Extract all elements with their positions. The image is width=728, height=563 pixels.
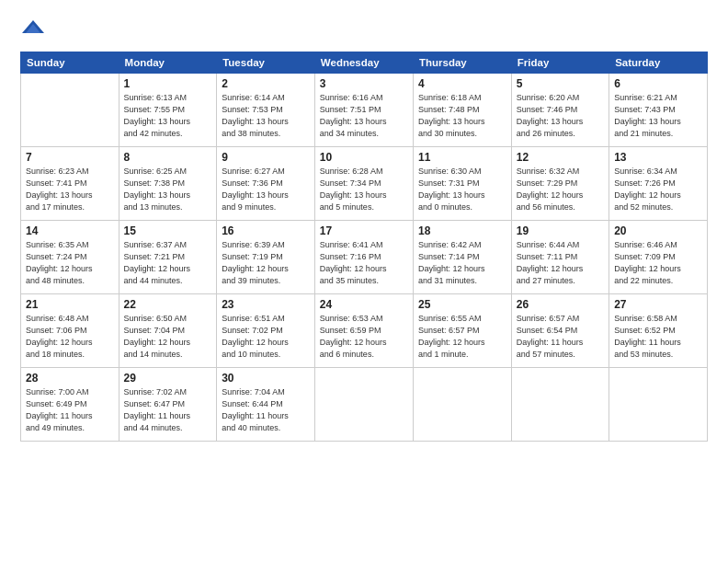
weekday-header: Saturday (609, 52, 708, 74)
weekday-header: Tuesday (217, 52, 315, 74)
day-number: 11 (418, 151, 506, 164)
day-number: 10 (320, 151, 408, 164)
day-info: Sunrise: 6:13 AM Sunset: 7:55 PM Dayligh… (124, 92, 212, 140)
day-info: Sunrise: 6:34 AM Sunset: 7:26 PM Dayligh… (614, 166, 702, 213)
day-number: 28 (26, 372, 114, 385)
day-number: 21 (26, 298, 114, 311)
calendar-cell (609, 368, 708, 442)
day-number: 24 (320, 298, 408, 311)
calendar-cell: 24Sunrise: 6:53 AM Sunset: 6:59 PM Dayli… (314, 294, 413, 368)
day-info: Sunrise: 6:28 AM Sunset: 7:34 PM Dayligh… (320, 166, 408, 213)
weekday-header: Wednesday (314, 52, 413, 74)
day-info: Sunrise: 6:21 AM Sunset: 7:43 PM Dayligh… (614, 92, 702, 140)
calendar-cell: 3Sunrise: 6:16 AM Sunset: 7:51 PM Daylig… (314, 74, 413, 147)
weekday-header: Sunday (21, 52, 119, 74)
day-info: Sunrise: 6:42 AM Sunset: 7:14 PM Dayligh… (418, 239, 506, 287)
day-info: Sunrise: 6:30 AM Sunset: 7:31 PM Dayligh… (418, 166, 506, 213)
day-number: 15 (124, 224, 212, 237)
day-info: Sunrise: 6:39 AM Sunset: 7:19 PM Dayligh… (222, 239, 310, 287)
day-number: 9 (222, 151, 310, 164)
day-number: 18 (418, 224, 506, 237)
calendar-cell: 21Sunrise: 6:48 AM Sunset: 7:06 PM Dayli… (21, 294, 119, 368)
day-info: Sunrise: 6:20 AM Sunset: 7:46 PM Dayligh… (517, 92, 604, 140)
calendar-cell: 10Sunrise: 6:28 AM Sunset: 7:34 PM Dayli… (314, 147, 413, 221)
weekday-header: Monday (119, 52, 217, 74)
week-row: 14Sunrise: 6:35 AM Sunset: 7:24 PM Dayli… (21, 221, 708, 294)
calendar-cell: 9Sunrise: 6:27 AM Sunset: 7:36 PM Daylig… (217, 147, 315, 221)
day-number: 3 (320, 77, 408, 90)
calendar-cell: 19Sunrise: 6:44 AM Sunset: 7:11 PM Dayli… (511, 221, 609, 294)
calendar-cell (511, 368, 609, 442)
weekday-header: Friday (511, 52, 609, 74)
day-number: 25 (418, 298, 506, 311)
day-info: Sunrise: 7:04 AM Sunset: 6:44 PM Dayligh… (222, 386, 310, 434)
day-number: 20 (614, 224, 702, 237)
day-info: Sunrise: 6:35 AM Sunset: 7:24 PM Dayligh… (26, 239, 114, 287)
calendar-cell: 30Sunrise: 7:04 AM Sunset: 6:44 PM Dayli… (217, 368, 315, 442)
day-number: 26 (517, 298, 604, 311)
day-info: Sunrise: 7:00 AM Sunset: 6:49 PM Dayligh… (26, 386, 114, 434)
day-number: 23 (222, 298, 310, 311)
day-info: Sunrise: 6:18 AM Sunset: 7:48 PM Dayligh… (418, 92, 506, 140)
calendar-cell: 17Sunrise: 6:41 AM Sunset: 7:16 PM Dayli… (314, 221, 413, 294)
calendar-cell: 8Sunrise: 6:25 AM Sunset: 7:38 PM Daylig… (119, 147, 217, 221)
calendar-cell: 26Sunrise: 6:57 AM Sunset: 6:54 PM Dayli… (511, 294, 609, 368)
calendar-cell: 11Sunrise: 6:30 AM Sunset: 7:31 PM Dayli… (414, 147, 512, 221)
day-info: Sunrise: 6:58 AM Sunset: 6:52 PM Dayligh… (614, 313, 702, 361)
day-number: 19 (517, 224, 604, 237)
calendar-cell: 6Sunrise: 6:21 AM Sunset: 7:43 PM Daylig… (609, 74, 708, 147)
day-info: Sunrise: 6:51 AM Sunset: 7:02 PM Dayligh… (222, 313, 310, 361)
day-number: 7 (26, 151, 114, 164)
day-number: 13 (614, 151, 702, 164)
calendar-cell: 27Sunrise: 6:58 AM Sunset: 6:52 PM Dayli… (609, 294, 708, 368)
calendar-cell (414, 368, 512, 442)
day-number: 4 (418, 77, 506, 90)
calendar-cell: 20Sunrise: 6:46 AM Sunset: 7:09 PM Dayli… (609, 221, 708, 294)
calendar-table: SundayMondayTuesdayWednesdayThursdayFrid… (20, 52, 708, 442)
calendar-cell: 1Sunrise: 6:13 AM Sunset: 7:55 PM Daylig… (119, 74, 217, 147)
calendar-cell: 29Sunrise: 7:02 AM Sunset: 6:47 PM Dayli… (119, 368, 217, 442)
calendar-cell: 12Sunrise: 6:32 AM Sunset: 7:29 PM Dayli… (511, 147, 609, 221)
day-number: 1 (124, 77, 212, 90)
day-number: 27 (614, 298, 702, 311)
week-row: 7Sunrise: 6:23 AM Sunset: 7:41 PM Daylig… (21, 147, 708, 221)
day-number: 16 (222, 224, 310, 237)
calendar-cell (314, 368, 413, 442)
day-info: Sunrise: 6:57 AM Sunset: 6:54 PM Dayligh… (517, 313, 604, 361)
day-info: Sunrise: 6:46 AM Sunset: 7:09 PM Dayligh… (614, 239, 702, 287)
calendar-cell: 5Sunrise: 6:20 AM Sunset: 7:46 PM Daylig… (511, 74, 609, 147)
calendar-cell (21, 74, 119, 147)
day-info: Sunrise: 6:37 AM Sunset: 7:21 PM Dayligh… (124, 239, 212, 287)
day-number: 22 (124, 298, 212, 311)
calendar-cell: 22Sunrise: 6:50 AM Sunset: 7:04 PM Dayli… (119, 294, 217, 368)
logo-icon (20, 17, 46, 42)
day-info: Sunrise: 6:23 AM Sunset: 7:41 PM Dayligh… (26, 166, 114, 213)
day-info: Sunrise: 6:16 AM Sunset: 7:51 PM Dayligh… (320, 92, 408, 140)
calendar-header-row: SundayMondayTuesdayWednesdayThursdayFrid… (21, 52, 708, 74)
day-info: Sunrise: 6:25 AM Sunset: 7:38 PM Dayligh… (124, 166, 212, 213)
calendar-cell: 18Sunrise: 6:42 AM Sunset: 7:14 PM Dayli… (414, 221, 512, 294)
day-number: 29 (124, 372, 212, 385)
weekday-header: Thursday (414, 52, 512, 74)
day-number: 8 (124, 151, 212, 164)
week-row: 21Sunrise: 6:48 AM Sunset: 7:06 PM Dayli… (21, 294, 708, 368)
day-number: 30 (222, 372, 310, 385)
calendar-cell: 25Sunrise: 6:55 AM Sunset: 6:57 PM Dayli… (414, 294, 512, 368)
day-info: Sunrise: 6:41 AM Sunset: 7:16 PM Dayligh… (320, 239, 408, 287)
page-header (20, 17, 708, 42)
calendar-cell: 14Sunrise: 6:35 AM Sunset: 7:24 PM Dayli… (21, 221, 119, 294)
calendar-cell: 23Sunrise: 6:51 AM Sunset: 7:02 PM Dayli… (217, 294, 315, 368)
calendar-cell: 13Sunrise: 6:34 AM Sunset: 7:26 PM Dayli… (609, 147, 708, 221)
calendar-cell: 2Sunrise: 6:14 AM Sunset: 7:53 PM Daylig… (217, 74, 315, 147)
day-number: 12 (517, 151, 604, 164)
logo (20, 17, 49, 42)
day-number: 6 (614, 77, 702, 90)
calendar-cell: 28Sunrise: 7:00 AM Sunset: 6:49 PM Dayli… (21, 368, 119, 442)
calendar-cell: 7Sunrise: 6:23 AM Sunset: 7:41 PM Daylig… (21, 147, 119, 221)
week-row: 1Sunrise: 6:13 AM Sunset: 7:55 PM Daylig… (21, 74, 708, 147)
day-info: Sunrise: 6:44 AM Sunset: 7:11 PM Dayligh… (517, 239, 604, 287)
day-number: 14 (26, 224, 114, 237)
day-info: Sunrise: 7:02 AM Sunset: 6:47 PM Dayligh… (124, 386, 212, 434)
day-number: 5 (517, 77, 604, 90)
day-info: Sunrise: 6:14 AM Sunset: 7:53 PM Dayligh… (222, 92, 310, 140)
